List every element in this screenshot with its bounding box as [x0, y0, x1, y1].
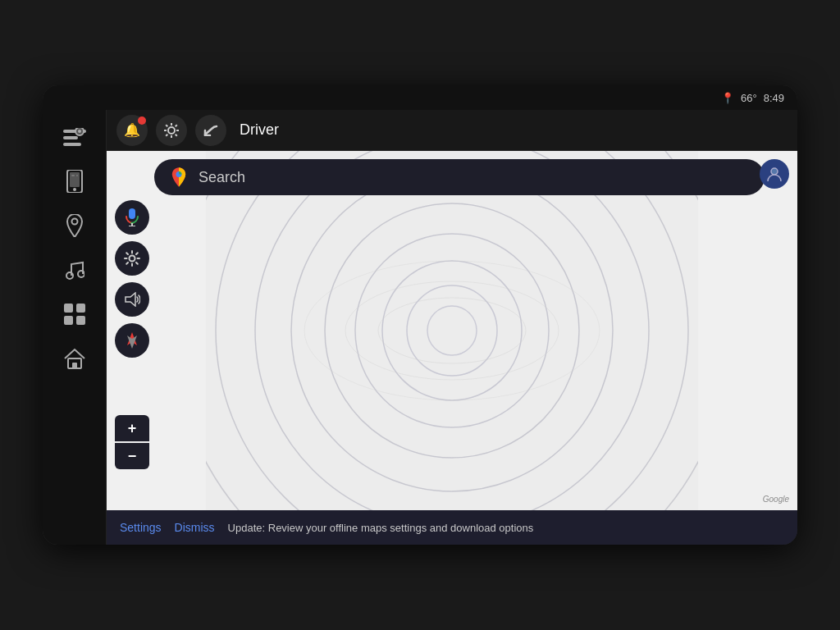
sidebar-item-location[interactable] [51, 205, 98, 246]
svg-rect-6 [70, 172, 80, 187]
sidebar-item-music[interactable] [51, 249, 98, 290]
car-screen: 📍 66° 8:49 [43, 85, 797, 545]
brightness-button[interactable] [156, 115, 187, 146]
sidebar [43, 110, 107, 545]
dismiss-button[interactable]: Dismiss [175, 521, 215, 534]
notification-message: Update: Review your offline maps setting… [228, 522, 784, 534]
driver-title: Driver [240, 121, 279, 139]
time-display: 8:49 [764, 92, 784, 104]
notification-badge [138, 116, 146, 125]
map-ripple-svg [206, 151, 698, 510]
back-button[interactable] [195, 115, 226, 146]
google-maps-icon [167, 166, 190, 189]
navigation-button[interactable] [115, 323, 149, 358]
svg-line-25 [176, 134, 177, 135]
zoom-controls: + − [115, 415, 149, 469]
map-container: Search [107, 151, 797, 510]
zoom-in-button[interactable]: + [115, 415, 149, 441]
svg-point-19 [168, 127, 175, 134]
sidebar-item-apps[interactable] [51, 294, 98, 335]
bell-icon: 🔔 [124, 122, 140, 138]
brightness-icon [164, 123, 179, 138]
svg-line-27 [166, 134, 167, 135]
compass-icon [125, 332, 139, 349]
sidebar-item-toggle[interactable] [51, 116, 98, 158]
google-watermark: Google [763, 495, 789, 504]
status-bar: 📍 66° 8:49 [43, 85, 797, 110]
microphone-icon [125, 208, 139, 226]
map-settings-button[interactable] [115, 241, 149, 276]
svg-rect-15 [64, 316, 73, 325]
svg-rect-2 [63, 143, 81, 146]
notifications-button[interactable]: 🔔 [116, 115, 148, 146]
zoom-out-button[interactable]: − [115, 443, 149, 469]
back-icon [203, 125, 218, 136]
location-status-icon: 📍 [721, 92, 734, 104]
microphone-button[interactable] [115, 200, 149, 235]
sidebar-item-home[interactable] [51, 338, 98, 379]
svg-point-10 [71, 219, 77, 225]
user-profile-button[interactable] [760, 159, 789, 189]
svg-rect-16 [76, 316, 85, 325]
volume-icon [124, 292, 140, 307]
svg-rect-13 [64, 304, 73, 313]
temperature-display: 66° [741, 92, 757, 104]
settings-link[interactable]: Settings [120, 521, 162, 534]
svg-line-24 [166, 125, 167, 126]
svg-line-26 [176, 125, 177, 126]
settings-icon [124, 250, 140, 267]
zoom-in-icon: + [128, 420, 137, 437]
search-bar[interactable]: Search [154, 159, 765, 195]
sidebar-item-phone[interactable] [51, 161, 98, 202]
user-icon [767, 167, 782, 181]
svg-rect-18 [72, 363, 77, 368]
svg-point-7 [73, 188, 76, 191]
svg-rect-28 [206, 151, 698, 510]
map-left-controls [115, 200, 149, 358]
main-layout: 🔔 [43, 110, 797, 545]
svg-rect-1 [63, 136, 78, 139]
svg-rect-14 [76, 304, 85, 313]
svg-point-4 [78, 130, 81, 133]
svg-rect-44 [129, 208, 135, 219]
volume-button[interactable] [115, 282, 149, 317]
zoom-out-icon: − [128, 448, 137, 465]
svg-marker-48 [126, 293, 135, 306]
svg-rect-9 [76, 175, 78, 176]
content-area: 🔔 [107, 110, 797, 545]
top-bar: 🔔 [107, 110, 797, 151]
svg-rect-8 [71, 175, 75, 176]
svg-point-51 [771, 168, 778, 175]
search-label: Search [199, 169, 245, 186]
map-background [107, 151, 797, 510]
svg-point-47 [130, 256, 135, 262]
notification-bar: Settings Dismiss Update: Review your off… [107, 510, 797, 545]
